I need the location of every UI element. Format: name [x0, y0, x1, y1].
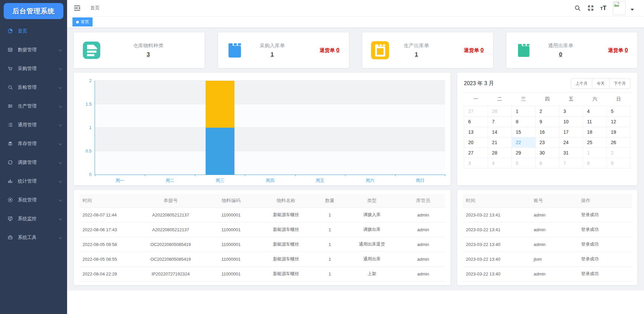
sidebar-item-6[interactable]: 库存管理: [0, 134, 67, 153]
calendar-day[interactable]: 1: [583, 148, 607, 158]
calendar-day[interactable]: 8: [583, 158, 607, 169]
table-cell: 2022-08-05 09:58: [79, 237, 134, 252]
calendar-day[interactable]: 27: [464, 148, 488, 158]
calendar-button-2[interactable]: 下个月: [609, 78, 631, 89]
sidebar: 后台管理系统 首页数据管理采购管理质检管理生产管理通用管理库存管理调拨管理统计管…: [0, 0, 67, 314]
chevron-down-icon: [59, 67, 62, 70]
sidebar-item-0[interactable]: 首页: [0, 22, 67, 41]
calendar-day[interactable]: 29: [512, 148, 536, 158]
avatar[interactable]: [613, 1, 626, 15]
calendar-day[interactable]: 27: [464, 106, 488, 117]
column-header: 时间: [79, 194, 134, 207]
chevron-down-icon: [59, 198, 62, 201]
breadcrumb: 首页: [90, 5, 100, 11]
calendar-day[interactable]: 23: [536, 137, 559, 148]
table-cell: 1: [317, 222, 342, 237]
calendar-day[interactable]: 4: [488, 158, 512, 169]
calendar-day[interactable]: 18: [583, 127, 607, 137]
calendar-button-1[interactable]: 今天: [592, 78, 609, 89]
sidebar-item-3[interactable]: 质检管理: [0, 78, 67, 97]
table-row[interactable]: 2023-03-22 13:40admin登录成功: [463, 266, 632, 281]
calendar-day[interactable]: 14: [488, 127, 512, 137]
calendar-day[interactable]: 3: [559, 106, 583, 117]
stat-return-value-link[interactable]: 0: [481, 47, 484, 54]
table-row[interactable]: 2022-08-07 11:44A2022080521213711000001新…: [79, 207, 445, 222]
calendar-day[interactable]: 6: [464, 117, 488, 127]
table-cell: admin: [401, 266, 445, 281]
calendar-day[interactable]: 9: [607, 158, 631, 169]
sidebar-collapse-icon[interactable]: [73, 4, 81, 12]
calendar-day[interactable]: 21: [488, 137, 512, 148]
calendar-day[interactable]: 5: [512, 158, 536, 169]
sidebar-item-1[interactable]: 数据管理: [0, 41, 67, 59]
calendar-day[interactable]: 2: [536, 106, 559, 117]
calendar-day[interactable]: 13: [464, 127, 488, 137]
calendar-grid: 2728123456789101112131415161718192021222…: [464, 106, 631, 169]
table-row[interactable]: 2022-08-04 22:29IP2022072719232411000001…: [79, 266, 445, 281]
stat-value-link[interactable]: 0: [534, 51, 587, 58]
table-row[interactable]: 2022-08-05 09:58OC2022080508541911000001…: [79, 237, 445, 252]
calendar-day[interactable]: 3: [464, 158, 488, 169]
calendar-day[interactable]: 28: [488, 106, 512, 117]
sidebar-item-4[interactable]: 生产管理: [0, 97, 67, 116]
sidebar-item-5[interactable]: 通用管理: [0, 116, 67, 134]
table-row[interactable]: 2022-08-06 17:43A2022080521213711000001新…: [79, 222, 445, 237]
stat-return-label: 退货单: [320, 47, 335, 53]
calendar-day[interactable]: 19: [607, 127, 631, 137]
table-row[interactable]: 2023-03-22 13:41admin登录成功: [463, 222, 632, 237]
stat-return-value-link[interactable]: 0: [336, 47, 339, 54]
calendar-day[interactable]: 5: [607, 106, 631, 117]
sidebar-item-11[interactable]: 系统工具: [0, 228, 67, 247]
calendar-day[interactable]: 9: [536, 117, 559, 127]
stat-value-link[interactable]: 1: [390, 51, 443, 58]
table-row[interactable]: 2023-03-22 13:41admin登录成功: [463, 207, 632, 222]
search-icon[interactable]: [574, 5, 581, 11]
calendar-day[interactable]: 7: [559, 158, 583, 169]
stat-value-link[interactable]: 1: [246, 51, 299, 58]
stat-value-link[interactable]: 3: [101, 51, 195, 58]
chart-gridline: [95, 104, 445, 104]
calendar-day[interactable]: 20: [464, 137, 488, 148]
calendar-day[interactable]: 10: [559, 117, 583, 127]
calendar-day[interactable]: 2: [607, 148, 631, 158]
calendar-day[interactable]: 24: [559, 137, 583, 148]
sidebar-item-10[interactable]: 系统监控: [0, 209, 67, 228]
chart-gridline: [95, 127, 445, 128]
calendar-day[interactable]: 16: [536, 127, 559, 137]
calendar-day[interactable]: 11: [583, 117, 607, 127]
calendar-day[interactable]: 28: [488, 148, 512, 158]
fullscreen-icon[interactable]: [587, 5, 594, 11]
calendar-day[interactable]: 26: [607, 137, 631, 148]
calendar-day[interactable]: 6: [536, 158, 559, 169]
calendar-day[interactable]: 7: [488, 117, 512, 127]
table-row[interactable]: 2022-08-05 08:55OC2022080508541911000001…: [79, 252, 445, 266]
table-cell: admin: [401, 207, 445, 222]
sidebar-item-7[interactable]: 调拨管理: [0, 153, 67, 172]
calendar-day[interactable]: 1: [512, 106, 536, 117]
caret-down-icon[interactable]: [631, 9, 634, 11]
table-row[interactable]: 2023-03-22 13:40admin登录成功: [463, 237, 632, 252]
x-axis-tick-label: 周六: [366, 178, 374, 184]
cart-icon: [7, 66, 13, 72]
tab-0[interactable]: 首页: [72, 17, 93, 26]
chevron-down-icon: [59, 48, 62, 51]
table-row[interactable]: 2023-03-22 13:40jtom登录成功: [463, 252, 632, 266]
table-cell: 新能源车螺丝: [255, 266, 317, 281]
table-cell: 通用出库退货: [342, 237, 401, 252]
sidebar-item-9[interactable]: 系统管理: [0, 191, 67, 209]
calendar-day[interactable]: 12: [607, 117, 631, 127]
calendar-day[interactable]: 31: [559, 148, 583, 158]
calendar-day[interactable]: 25: [583, 137, 607, 148]
calendar-day[interactable]: 30: [536, 148, 559, 158]
font-size-icon[interactable]: TT: [600, 5, 606, 12]
calendar-day-selected[interactable]: 22: [512, 137, 536, 148]
calendar-button-0[interactable]: 上个月: [571, 78, 592, 89]
sidebar-item-8[interactable]: 统计管理: [0, 172, 67, 191]
calendar-day[interactable]: 4: [583, 106, 607, 117]
calendar-day[interactable]: 15: [512, 127, 536, 137]
sidebar-item-2[interactable]: 采购管理: [0, 59, 67, 78]
calendar-day[interactable]: 17: [559, 127, 583, 137]
calendar-day[interactable]: 8: [512, 117, 536, 127]
stat-return-value-link[interactable]: 0: [625, 47, 628, 54]
sidebar-item-label: 通用管理: [18, 122, 37, 128]
